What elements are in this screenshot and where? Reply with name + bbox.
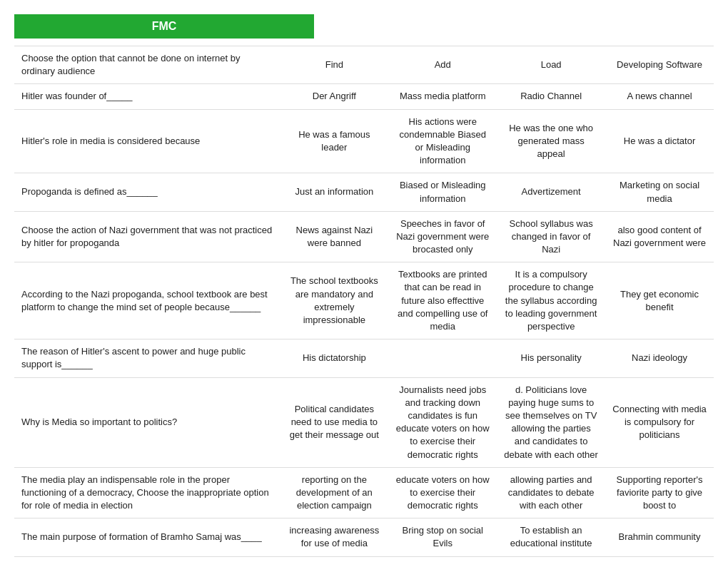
option-cell-optd: Nazi ideology (605, 339, 714, 377)
option-cell-optc: Radio Channel (497, 84, 605, 109)
option-cell-optd: Marketing on social media (605, 173, 714, 211)
option-cell-opta: Der Angriff (280, 84, 388, 109)
option-cell-optd: He was a dictator (605, 109, 714, 173)
option-cell-optb: Journalists need jobs and tracking down … (388, 377, 497, 467)
option-cell-optc: School syllabus was changed in favor of … (497, 211, 605, 262)
table-row: According to the Nazi propoganda, school… (14, 262, 714, 339)
option-cell-optc: Advertizement (497, 173, 605, 211)
option-cell-optc: To establish an educational institute (497, 518, 605, 556)
table-row: The main purpose of formation of Bramho … (14, 518, 714, 556)
question-cell: Hitler was founder of_____ (14, 84, 280, 109)
option-cell-opta: He was a famous leader (280, 109, 388, 173)
option-cell-optc: It is a compulsory procedure to change t… (497, 262, 605, 339)
option-cell-opta: Just an information (280, 173, 388, 211)
option-cell-opta: increasing awareness for use of media (280, 518, 388, 556)
option-cell-optb: His actions were condemnable Biased or M… (388, 109, 497, 173)
option-cell-optc: d. Politicians love paying huge sums to … (497, 377, 605, 467)
option-cell-opta: News against Nazi were banned (280, 211, 388, 262)
question-cell: Hitler's role in media is considered bec… (14, 109, 280, 173)
page-container: FMC Choose the option that cannot be don… (14, 14, 714, 557)
option-cell-optb (388, 339, 497, 377)
question-cell: The main purpose of formation of Bramho … (14, 518, 280, 556)
question-cell: Choose the action of Nazi government tha… (14, 211, 280, 262)
option-cell-optc: His personality (497, 339, 605, 377)
option-cell-optb: Bring stop on social Evils (388, 518, 497, 556)
option-cell-optc: Load (497, 46, 605, 84)
table-row: Choose the action of Nazi government tha… (14, 211, 714, 262)
option-cell-optb: Speeches in favor of Nazi government wer… (388, 211, 497, 262)
option-cell-opta: His dictatorship (280, 339, 388, 377)
option-cell-opta: Find (280, 46, 388, 84)
option-cell-optc: He was the one who generated mass appeal (497, 109, 605, 173)
option-cell-optd: A news channel (605, 84, 714, 109)
quiz-table: Choose the option that cannot be done on… (14, 46, 714, 557)
question-cell: According to the Nazi propoganda, school… (14, 262, 280, 339)
question-cell: Choose the option that cannot be done on… (14, 46, 280, 84)
table-row: Propoganda is defined as______Just an in… (14, 173, 714, 211)
table-row: Choose the option that cannot be done on… (14, 46, 714, 84)
option-cell-optd: also good content of Nazi government wer… (605, 211, 714, 262)
question-cell: The reason of Hitler's ascent to power a… (14, 339, 280, 377)
option-cell-optd: Connecting with media is compulsory for … (605, 377, 714, 467)
option-cell-opta: The school textbooks are mandatory and e… (280, 262, 388, 339)
header-bar: FMC (14, 14, 314, 39)
option-cell-optb: Textbooks are printed that can be read i… (388, 262, 497, 339)
option-cell-optc: allowing parties and candidates to debat… (497, 467, 605, 518)
option-cell-optb: Add (388, 46, 497, 84)
table-row: The media play an indispensable role in … (14, 467, 714, 518)
table-row: The reason of Hitler's ascent to power a… (14, 339, 714, 377)
option-cell-opta: reporting on the development of an elect… (280, 467, 388, 518)
question-cell: Why is Media so important to politics? (14, 377, 280, 467)
option-cell-optb: Mass media platform (388, 84, 497, 109)
table-row: Why is Media so important to politics?Po… (14, 377, 714, 467)
option-cell-optb: Biased or Misleading information (388, 173, 497, 211)
option-cell-optd: Brahmin community (605, 518, 714, 556)
question-cell: Propoganda is defined as______ (14, 173, 280, 211)
header-title: FMC (152, 20, 177, 32)
option-cell-opta: Political candidates need to use media t… (280, 377, 388, 467)
question-cell: The media play an indispensable role in … (14, 467, 280, 518)
option-cell-optd: Developing Software (605, 46, 714, 84)
table-row: Hitler was founder of_____Der AngriffMas… (14, 84, 714, 109)
option-cell-optd: They get economic benefit (605, 262, 714, 339)
option-cell-optb: educate voters on how to exercise their … (388, 467, 497, 518)
option-cell-optd: Supporting reporter's faviorite party to… (605, 467, 714, 518)
table-row: Hitler's role in media is considered bec… (14, 109, 714, 173)
